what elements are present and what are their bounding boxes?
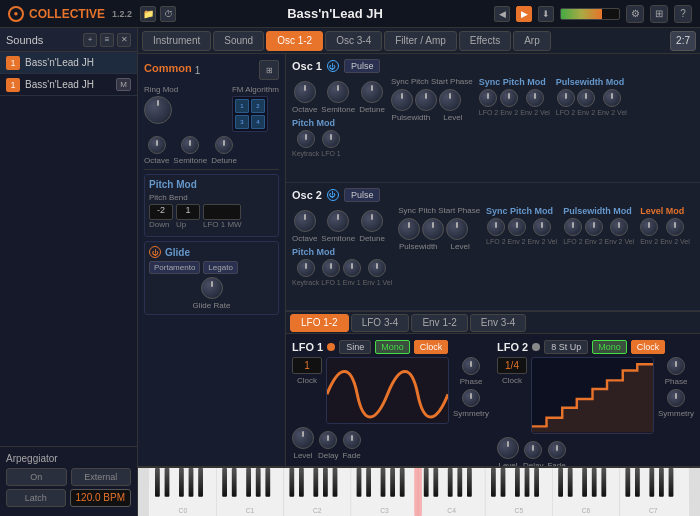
osc1-semitone-knob[interactable]	[327, 81, 349, 103]
lfo-tab-12[interactable]: LFO 1-2	[290, 314, 349, 332]
pb-lfo-input[interactable]	[203, 204, 241, 220]
settings-icon[interactable]: ⚙	[626, 5, 644, 23]
osc2-spm-env2vel-knob[interactable]	[533, 218, 551, 236]
osc1-pw-env2vel-knob[interactable]	[603, 89, 621, 107]
osc2-octave-knob[interactable]	[294, 210, 316, 232]
lfo2-symmetry-knob[interactable]	[667, 389, 685, 407]
pb-up-input[interactable]: 1	[176, 204, 200, 220]
osc2-semitone-knob[interactable]	[327, 210, 349, 232]
lfo2-level-knob[interactable]	[497, 437, 519, 459]
piano-keyboard[interactable]: // This would be generated dynamically /…	[138, 466, 700, 516]
osc2-pw-env2vel-knob[interactable]	[610, 218, 628, 236]
osc2-sync-knob2[interactable]	[422, 218, 444, 240]
semitone-knob[interactable]	[181, 136, 199, 154]
osc1-type-button[interactable]: Pulse	[344, 59, 381, 73]
lfo2-delay-knob[interactable]	[524, 441, 542, 459]
octave-knob[interactable]	[148, 136, 166, 154]
glide-rate-knob[interactable]	[201, 277, 223, 299]
glide-power-button[interactable]: ⏻	[149, 246, 161, 258]
lfo2-phase-knob[interactable]	[667, 357, 685, 375]
lfo1-mono-button[interactable]: Mono	[375, 340, 410, 354]
legato-button[interactable]: Legato	[203, 261, 237, 274]
lfo1-symmetry-knob[interactable]	[462, 389, 480, 407]
tab-osc34[interactable]: Osc 3-4	[325, 31, 382, 51]
lfo1-fade-knob[interactable]	[343, 431, 361, 449]
osc1-spm-env2-knob[interactable]	[500, 89, 518, 107]
portamento-button[interactable]: Portamento	[149, 261, 200, 274]
lfo2-rate-display[interactable]: 1/4	[497, 357, 527, 374]
menu-icon[interactable]: ≡	[100, 33, 114, 47]
time-icon[interactable]: ⏱	[160, 6, 176, 22]
osc1-sync-knob1[interactable]	[391, 89, 413, 111]
lfo-tab-34[interactable]: LFO 3-4	[351, 314, 410, 332]
ring-mod-knob[interactable]	[144, 96, 172, 124]
preset-item[interactable]: 1 Bass'n'Lead JH M	[0, 74, 137, 96]
osc2-lm-env2-knob[interactable]	[640, 218, 658, 236]
download-button[interactable]: ⬇	[538, 6, 554, 22]
osc1-pm-lfo1-knob[interactable]	[322, 130, 340, 148]
osc1-pw-env2-knob[interactable]	[577, 89, 595, 107]
osc2-detune-knob[interactable]	[361, 210, 383, 232]
lfo1-waveform-select[interactable]: Sine	[339, 340, 371, 354]
fm-display[interactable]: 1 2 3 4	[232, 96, 268, 132]
osc1-power-button[interactable]: ⏻	[327, 60, 339, 72]
tab-filter[interactable]: Filter / Amp	[384, 31, 457, 51]
env-tab-12[interactable]: Env 1-2	[411, 314, 467, 332]
osc2-sync-section: Sync Pitch Start Phase	[398, 206, 480, 286]
tab-sound[interactable]: Sound	[213, 31, 264, 51]
osc2-pw-lfo2-knob[interactable]	[564, 218, 582, 236]
osc2-pm-lfo1-knob[interactable]	[322, 259, 340, 277]
osc2-pm-env1-knob[interactable]	[343, 259, 361, 277]
osc1-sync-knob3-group	[439, 89, 461, 111]
svg-rect-21	[246, 468, 251, 497]
lfo2-clock-button[interactable]: Clock	[631, 340, 666, 354]
osc2-pw-env2-knob[interactable]	[585, 218, 603, 236]
osc2-power-button[interactable]: ⏻	[327, 189, 339, 201]
play-button[interactable]: ▶	[516, 6, 532, 22]
arp-latch-button[interactable]: Latch	[6, 489, 66, 507]
osc2-sync-knob1[interactable]	[398, 218, 420, 240]
osc1-pm-keytrack-knob[interactable]	[297, 130, 315, 148]
lfo2-mono-button[interactable]: Mono	[592, 340, 627, 354]
osc1-sync-knob2[interactable]	[415, 89, 437, 111]
help-icon[interactable]: ?	[674, 5, 692, 23]
osc1-sync-knob3[interactable]	[439, 89, 461, 111]
add-icon[interactable]: +	[83, 33, 97, 47]
osc2-sync-knob3[interactable]	[446, 218, 468, 240]
osc2-spm-env2-knob[interactable]	[508, 218, 526, 236]
osc1-spm-lfo2-knob[interactable]	[479, 89, 497, 107]
osc1-pw-lfo2-knob[interactable]	[557, 89, 575, 107]
osc1-sync-knob2-group	[415, 89, 437, 111]
osc2-pm-env1vel-knob[interactable]	[368, 259, 386, 277]
arp-external-button[interactable]: External	[71, 468, 132, 486]
lfo1-rate-display[interactable]: 1	[292, 357, 322, 374]
lfo1-delay-knob[interactable]	[319, 431, 337, 449]
osc1-octave-knob[interactable]	[294, 81, 316, 103]
lfo2-waveform-select[interactable]: 8 St Up	[544, 340, 588, 354]
lfo1-level-knob[interactable]	[292, 427, 314, 449]
env-tab-34[interactable]: Env 3-4	[470, 314, 526, 332]
osc2-pm-keytrack-knob[interactable]	[297, 259, 315, 277]
tab-osc12[interactable]: Osc 1-2	[266, 31, 323, 51]
detune-knob[interactable]	[215, 136, 233, 154]
preset-item[interactable]: 1 Bass'n'Lead JH	[0, 52, 137, 74]
osc1-detune-knob[interactable]	[361, 81, 383, 103]
tab-arp[interactable]: Arp	[513, 31, 551, 51]
osc2-type-button[interactable]: Pulse	[344, 188, 381, 202]
close-icon[interactable]: ✕	[117, 33, 131, 47]
tab-effects[interactable]: Effects	[459, 31, 511, 51]
config-icon[interactable]: ⊞	[650, 5, 668, 23]
osc2-spm-lfo2-knob[interactable]	[487, 218, 505, 236]
pb-down-input[interactable]: -2	[149, 204, 173, 220]
lfo2-fade-knob[interactable]	[548, 441, 566, 459]
file-icon[interactable]: 📁	[140, 6, 156, 22]
arp-on-button[interactable]: On	[6, 468, 67, 486]
lfo1-phase-knob[interactable]	[462, 357, 480, 375]
osc1-spm-env2vel-knob[interactable]	[526, 89, 544, 107]
osc2-lm-env2vel-knob[interactable]	[666, 218, 684, 236]
grid-icon[interactable]: ⊞	[259, 60, 279, 80]
tab-instrument[interactable]: Instrument	[142, 31, 211, 51]
bpm-display[interactable]: 120.0 BPM	[70, 489, 131, 507]
lfo1-clock-button[interactable]: Clock	[414, 340, 449, 354]
prev-button[interactable]: ◀	[494, 6, 510, 22]
